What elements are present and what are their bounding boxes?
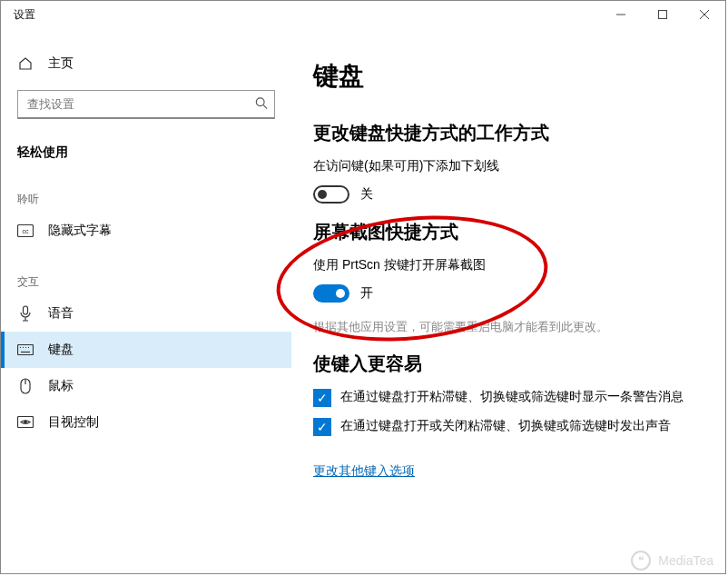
sidebar-item-label: 隐藏式字幕 <box>48 223 112 239</box>
prtscn-hint: 根据其他应用设置，可能需要重启电脑才能看到此更改。 <box>313 319 703 335</box>
sidebar: 主页 轻松使用 聆听 cc 隐藏式字幕 交互 语 <box>1 28 291 573</box>
search-icon <box>255 97 268 113</box>
svg-rect-1 <box>659 11 667 19</box>
svg-rect-8 <box>24 306 28 314</box>
underline-setting-label: 在访问键(如果可用)下添加下划线 <box>313 158 703 174</box>
svg-line-5 <box>263 105 267 109</box>
sidebar-item-speech[interactable]: 语音 <box>1 295 291 332</box>
window-title: 设置 <box>14 7 600 23</box>
svg-rect-9 <box>18 345 34 355</box>
section-interaction-label: 交互 <box>1 249 291 295</box>
svg-point-4 <box>256 98 264 106</box>
sidebar-item-mouse[interactable]: 鼠标 <box>1 368 291 404</box>
microphone-icon <box>17 305 34 322</box>
home-label: 主页 <box>48 55 74 72</box>
prtscn-toggle-state: 开 <box>360 285 373 302</box>
content-area: 键盘 更改键盘快捷方式的工作方式 在访问键(如果可用)下添加下划线 关 屏幕截图… <box>291 28 725 573</box>
category-title: 轻松使用 <box>1 132 291 166</box>
svg-text:cc: cc <box>23 228 30 234</box>
maximize-button[interactable] <box>642 1 684 28</box>
warning-checkbox[interactable]: ✓ <box>313 389 331 407</box>
sidebar-item-label: 鼠标 <box>48 378 74 394</box>
eye-control-icon <box>17 414 34 431</box>
close-button[interactable] <box>684 1 725 28</box>
section-heading-typing: 使键入更容易 <box>313 352 703 376</box>
sidebar-item-eye-control[interactable]: 目视控制 <box>1 404 291 441</box>
sound-checkbox-label: 在通过键盘打开或关闭粘滞键、切换键或筛选键时发出声音 <box>340 418 671 434</box>
sidebar-item-label: 目视控制 <box>48 414 99 431</box>
mouse-icon <box>17 378 34 394</box>
section-heading-shortcuts: 更改键盘快捷方式的工作方式 <box>313 121 703 145</box>
titlebar: 设置 <box>1 1 725 28</box>
minimize-button[interactable] <box>600 1 642 28</box>
search-input[interactable] <box>17 90 275 119</box>
svg-point-18 <box>25 421 27 423</box>
underline-toggle-state: 关 <box>360 186 373 203</box>
captions-icon: cc <box>17 223 34 239</box>
warning-checkbox-label: 在通过键盘打开粘滞键、切换键或筛选键时显示一条警告消息 <box>340 389 684 405</box>
section-heading-prtscn: 屏幕截图快捷方式 <box>313 220 703 244</box>
home-icon <box>17 55 34 72</box>
page-title: 键盘 <box>313 59 703 94</box>
home-link[interactable]: 主页 <box>1 46 291 81</box>
sidebar-item-keyboard[interactable]: 键盘 <box>1 332 291 368</box>
keyboard-icon <box>17 342 34 358</box>
other-typing-link[interactable]: 更改其他键入选项 <box>313 463 415 480</box>
prtscn-toggle[interactable] <box>313 284 349 303</box>
sidebar-item-label: 语音 <box>48 305 74 322</box>
sidebar-item-captions[interactable]: cc 隐藏式字幕 <box>1 213 291 249</box>
sound-checkbox[interactable]: ✓ <box>313 418 331 436</box>
section-hearing-label: 聆听 <box>1 166 291 213</box>
prtscn-setting-label: 使用 PrtScn 按键打开屏幕截图 <box>313 257 703 273</box>
underline-toggle[interactable] <box>313 185 349 204</box>
sidebar-item-label: 键盘 <box>48 342 74 358</box>
